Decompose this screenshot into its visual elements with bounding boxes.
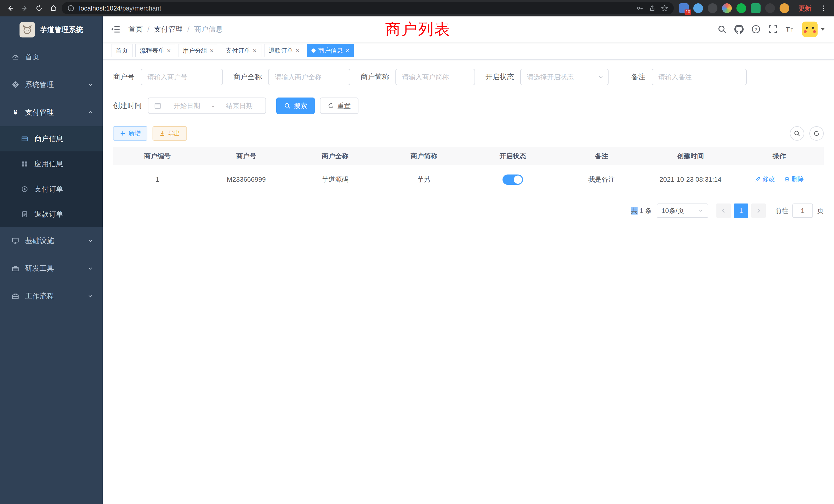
chevron-down-icon (87, 82, 93, 88)
sidebar-item-refund-order[interactable]: 退款订单 (0, 202, 103, 227)
sidebar-item-home[interactable]: 首页 (0, 43, 103, 71)
close-icon[interactable]: × (167, 47, 171, 54)
breadcrumb-home[interactable]: 首页 (128, 24, 143, 34)
user-avatar-menu[interactable] (802, 22, 825, 37)
short-name-input[interactable] (395, 69, 475, 85)
sidebar-item-workflow[interactable]: 工作流程 (0, 282, 103, 310)
sidebar-item-infrastructure[interactable]: 基础设施 (0, 227, 103, 255)
field-label: 开启状态 (485, 72, 514, 82)
extension-icon[interactable] (693, 3, 703, 13)
font-size-icon[interactable]: TT (785, 25, 794, 34)
status-select[interactable]: 请选择开启状态 (520, 69, 609, 85)
cell-short-name: 芋艿 (379, 165, 468, 194)
bookmark-star-icon[interactable] (660, 4, 668, 12)
sidebar-item-app-info[interactable]: 应用信息 (0, 152, 103, 177)
extension-icon[interactable] (765, 3, 775, 13)
cell-id: 1 (113, 165, 202, 194)
tab-home[interactable]: 首页 (111, 44, 132, 57)
browser-update-button[interactable]: 更新 (794, 4, 815, 13)
grid-icon (21, 160, 29, 167)
toggle-search-button[interactable] (790, 126, 804, 141)
browser-menu-icon[interactable] (817, 2, 830, 14)
merchant-no-input[interactable] (141, 69, 223, 85)
reset-button-label: 重置 (337, 101, 351, 110)
search-icon[interactable] (718, 25, 727, 34)
reset-button[interactable]: 重置 (320, 97, 358, 114)
add-button-label: 新增 (128, 129, 141, 138)
filter-short-name: 商户简称 (360, 69, 475, 85)
cell-merchant-no: M233666999 (202, 165, 291, 194)
page-number-button[interactable]: 1 (734, 204, 748, 218)
page-size-select[interactable]: 10条/页 (657, 204, 708, 218)
remark-input[interactable] (652, 69, 747, 85)
forward-button[interactable] (19, 2, 31, 14)
back-button[interactable] (4, 2, 17, 14)
column-header: 商户全称 (291, 147, 379, 165)
site-info-icon[interactable] (67, 4, 75, 12)
tab-user-group[interactable]: 用户分组 × (178, 44, 218, 57)
briefcase-icon (11, 292, 20, 300)
chevron-down-icon (698, 208, 704, 213)
profile-avatar-icon[interactable] (780, 3, 789, 13)
sidebar-item-label: 工作流程 (25, 291, 54, 301)
sidebar-item-merchant-info[interactable]: 商户信息 (0, 126, 103, 152)
edit-link[interactable]: 修改 (755, 175, 775, 183)
breadcrumb-separator: / (147, 25, 150, 33)
filter-row-2: 创建时间 开始日期 - 结束日期 搜索 重置 (113, 97, 824, 114)
prev-page-button[interactable] (717, 204, 731, 218)
extension-icon[interactable] (708, 3, 718, 13)
close-icon[interactable]: × (345, 47, 349, 54)
filter-status: 开启状态 请选择开启状态 (485, 69, 609, 85)
gear-icon (11, 81, 20, 89)
add-button[interactable]: 新增 (113, 126, 147, 141)
delete-link[interactable]: 删除 (784, 175, 804, 183)
full-name-input[interactable] (268, 69, 350, 85)
help-icon[interactable]: ? (751, 25, 761, 34)
close-icon[interactable]: × (210, 47, 214, 54)
breadcrumb-current: 商户信息 (194, 24, 223, 34)
chevron-down-icon (87, 238, 93, 244)
extension-icon[interactable] (751, 3, 761, 13)
address-bar[interactable]: localhost:1024/pay/merchant (62, 2, 674, 14)
sidebar-item-dev-tools[interactable]: 研发工具 (0, 255, 103, 282)
fullscreen-icon[interactable] (768, 25, 777, 34)
export-button-label: 导出 (168, 129, 180, 138)
tab-pay-order[interactable]: 支付订单 × (221, 44, 261, 57)
tab-merchant-info[interactable]: 商户信息 × (307, 44, 354, 57)
filter-create-time: 创建时间 开始日期 - 结束日期 (113, 97, 266, 114)
sidebar-item-pay-order[interactable]: 支付订单 (0, 177, 103, 202)
tab-process-form[interactable]: 流程表单 × (135, 44, 175, 57)
search-button[interactable]: 搜索 (276, 97, 315, 114)
sidebar: 芋道管理系统 首页 系统管理 ¥ 支付管理 (0, 17, 103, 504)
home-button[interactable] (47, 2, 60, 14)
date-separator: - (212, 102, 214, 110)
export-button[interactable]: 导出 (153, 126, 187, 141)
sidebar-item-system[interactable]: 系统管理 (0, 71, 103, 98)
svg-text:T: T (791, 28, 793, 32)
refresh-button[interactable] (809, 126, 824, 141)
sidebar-item-payment[interactable]: ¥ 支付管理 (0, 98, 103, 126)
delete-label: 删除 (792, 175, 804, 183)
page-content: 商户号 商户全称 商户简称 开启状态 请选择开启状态 (103, 60, 834, 218)
logo-avatar-icon (20, 22, 35, 38)
date-range-picker[interactable]: 开始日期 - 结束日期 (148, 97, 266, 114)
reload-button[interactable] (33, 2, 45, 14)
field-label: 商户全称 (233, 72, 262, 82)
close-icon[interactable]: × (253, 47, 257, 54)
breadcrumb-payment[interactable]: 支付管理 (154, 24, 183, 34)
extension-icon[interactable]: 10 (679, 3, 689, 13)
column-header: 商户编号 (113, 147, 202, 165)
next-page-button[interactable] (751, 204, 766, 218)
password-key-icon[interactable] (636, 4, 644, 12)
goto-page-input[interactable] (792, 204, 813, 218)
extension-icon[interactable] (737, 3, 746, 13)
app-logo[interactable]: 芋道管理系统 (0, 17, 103, 43)
status-toggle[interactable] (503, 175, 523, 185)
toolbox-icon (11, 265, 20, 272)
github-icon[interactable] (734, 25, 744, 34)
tab-refund-order[interactable]: 退款订单 × (264, 44, 304, 57)
close-icon[interactable]: × (296, 47, 300, 54)
sidebar-toggle-icon[interactable] (103, 17, 128, 42)
extension-icon[interactable] (722, 3, 732, 13)
share-icon[interactable] (648, 4, 656, 12)
